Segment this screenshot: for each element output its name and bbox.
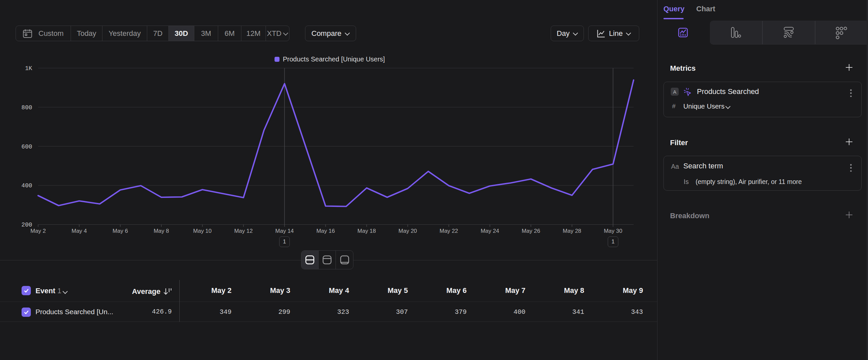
- svg-text:May 6: May 6: [113, 228, 128, 234]
- svg-text:May 20: May 20: [399, 228, 417, 234]
- svg-text:600: 600: [22, 143, 32, 150]
- svg-text:May 12: May 12: [234, 228, 253, 234]
- svg-text:May 24: May 24: [481, 228, 499, 234]
- svg-text:400: 400: [22, 182, 32, 189]
- svg-text:May 16: May 16: [316, 228, 335, 234]
- svg-text:May 10: May 10: [193, 228, 212, 234]
- svg-text:May 18: May 18: [358, 228, 376, 234]
- svg-text:May 26: May 26: [522, 228, 540, 234]
- svg-text:May 8: May 8: [154, 228, 169, 234]
- svg-text:1K: 1K: [25, 65, 32, 72]
- svg-text:May 4: May 4: [72, 228, 87, 234]
- svg-text:200: 200: [22, 222, 32, 228]
- svg-text:May 14: May 14: [275, 228, 294, 234]
- svg-text:May 2: May 2: [31, 228, 46, 234]
- svg-text:800: 800: [22, 104, 32, 111]
- svg-text:May 28: May 28: [563, 228, 581, 234]
- svg-text:May 22: May 22: [440, 228, 458, 234]
- svg-text:May 30: May 30: [604, 228, 622, 234]
